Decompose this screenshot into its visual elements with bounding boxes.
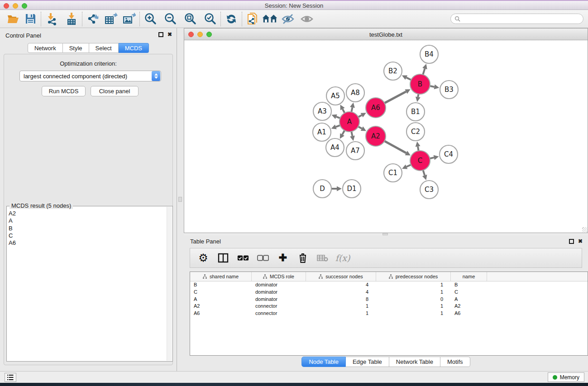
zoom-out-icon[interactable] bbox=[163, 11, 178, 27]
table-cell[interactable]: 0 bbox=[376, 296, 451, 303]
node-table[interactable]: shared nameMCDS rolesuccessor nodesprede… bbox=[190, 272, 588, 356]
table-cell[interactable]: connector bbox=[252, 303, 306, 310]
hide-details-icon[interactable] bbox=[280, 11, 296, 27]
table-cell[interactable]: 1 bbox=[376, 310, 451, 317]
table-cell[interactable]: 4 bbox=[306, 289, 376, 296]
column-visibility-icon[interactable] bbox=[217, 252, 229, 264]
table-cell[interactable]: A2 bbox=[451, 303, 487, 310]
graph-edge-A-A7[interactable] bbox=[351, 132, 352, 136]
add-column-icon[interactable]: ✚ bbox=[277, 252, 289, 264]
table-cell[interactable]: 1 bbox=[306, 303, 376, 310]
float-panel-icon[interactable] bbox=[158, 32, 163, 37]
table-row[interactable]: Bdominator41B bbox=[190, 281, 588, 289]
deselect-all-icon[interactable] bbox=[257, 252, 269, 264]
table-row[interactable]: A2connector11A2 bbox=[190, 303, 588, 310]
panel-splitter[interactable] bbox=[177, 28, 184, 371]
table-cell[interactable]: connector bbox=[252, 310, 306, 317]
criterion-dropdown[interactable]: largest connected component (directed) bbox=[19, 71, 161, 81]
export-image-icon[interactable] bbox=[121, 11, 137, 27]
table-cell[interactable]: 4 bbox=[306, 281, 376, 289]
network-window-titlebar[interactable]: testGlobe.txt bbox=[184, 29, 588, 40]
table-cell[interactable]: C bbox=[190, 289, 252, 296]
column-header-name[interactable]: name bbox=[451, 272, 487, 281]
close-panel-button[interactable]: Close panel bbox=[91, 86, 139, 96]
zoom-in-icon[interactable] bbox=[143, 11, 158, 27]
tab-style[interactable]: Style bbox=[63, 43, 89, 53]
table-cell[interactable]: 1 bbox=[376, 281, 451, 289]
table-row[interactable]: Adominator80A bbox=[190, 296, 588, 303]
graph-edge-B-B2[interactable] bbox=[406, 77, 411, 80]
column-header-shared-name[interactable]: shared name bbox=[190, 272, 252, 281]
table-cell[interactable]: dominator bbox=[252, 281, 306, 289]
network-from-file-icon[interactable] bbox=[245, 11, 260, 27]
graph-edge-A-A1[interactable] bbox=[336, 125, 340, 127]
console-list-button[interactable] bbox=[5, 373, 16, 382]
table-cell[interactable]: 1 bbox=[306, 310, 376, 317]
memory-button[interactable]: Memory bbox=[548, 372, 584, 382]
table-row[interactable]: A6connector11A6 bbox=[190, 310, 588, 317]
export-table-icon[interactable] bbox=[103, 11, 119, 27]
graph-edge-C-C2[interactable] bbox=[418, 147, 419, 151]
graph-edge-C-C3[interactable] bbox=[423, 170, 425, 176]
tab-motifs[interactable]: Motifs bbox=[440, 357, 470, 367]
graph-edge-B-B4[interactable] bbox=[423, 69, 425, 75]
table-cell[interactable]: 8 bbox=[306, 296, 376, 303]
save-session-icon[interactable] bbox=[23, 11, 38, 27]
table-cell[interactable]: 1 bbox=[376, 289, 451, 296]
close-panel-icon[interactable]: ✖ bbox=[167, 32, 172, 37]
delete-column-icon[interactable] bbox=[297, 252, 309, 264]
table-row[interactable]: Cdominator41C bbox=[190, 289, 588, 296]
tab-edge-table[interactable]: Edge Table bbox=[346, 357, 389, 367]
table-cell[interactable]: A bbox=[451, 296, 487, 303]
home-icon[interactable] bbox=[262, 11, 277, 27]
table-cell[interactable]: B bbox=[451, 281, 487, 289]
result-item[interactable]: A2 bbox=[9, 210, 166, 217]
result-scrollbar[interactable] bbox=[167, 207, 172, 361]
column-header-predecessor-nodes[interactable]: predecessor nodes bbox=[376, 272, 451, 281]
graph-edge-C-C4[interactable] bbox=[430, 157, 434, 158]
result-item[interactable]: A bbox=[9, 217, 166, 224]
table-cell[interactable]: A6 bbox=[190, 310, 252, 317]
search-input[interactable] bbox=[460, 15, 583, 23]
column-header-MCDS-role[interactable]: MCDS role bbox=[252, 272, 306, 281]
table-close-icon[interactable]: ✖ bbox=[578, 239, 583, 244]
window-resize-grip[interactable] bbox=[582, 227, 587, 232]
graph-edge-A-A6[interactable] bbox=[358, 115, 362, 117]
graph-edge-A6-B[interactable] bbox=[384, 91, 406, 103]
result-item[interactable]: C bbox=[9, 232, 166, 239]
table-settings-gear-icon[interactable]: ⚙ bbox=[197, 252, 209, 264]
search-field[interactable] bbox=[450, 14, 583, 24]
tab-mcds[interactable]: MCDS bbox=[119, 43, 149, 53]
splitter-handle[interactable] bbox=[178, 197, 182, 202]
table-cell[interactable]: C bbox=[451, 289, 487, 296]
zoom-fit-icon[interactable] bbox=[182, 11, 198, 27]
table-cell[interactable]: A6 bbox=[451, 310, 487, 317]
show-details-icon[interactable] bbox=[299, 11, 315, 27]
table-cell[interactable]: dominator bbox=[252, 289, 306, 296]
table-cell[interactable]: 1 bbox=[376, 303, 451, 310]
network-graph[interactable]: B4B2BB3A8A5A6A3B1AA1C2A2A4A7C4CC1DD1C3 bbox=[184, 40, 588, 233]
run-mcds-button[interactable]: Run MCDS bbox=[42, 86, 86, 96]
open-session-icon[interactable] bbox=[5, 11, 21, 27]
tab-network-table[interactable]: Network Table bbox=[389, 357, 440, 367]
import-network-icon[interactable] bbox=[44, 11, 59, 27]
graph-edge-A2-C[interactable] bbox=[384, 141, 406, 153]
graph-edge-C-C1[interactable] bbox=[406, 165, 411, 167]
graph-edge-A-A8[interactable] bbox=[351, 107, 352, 112]
refresh-icon[interactable] bbox=[224, 11, 239, 27]
column-header-successor-nodes[interactable]: successor nodes bbox=[306, 272, 376, 281]
export-network-icon[interactable] bbox=[85, 11, 100, 27]
table-cell[interactable]: A bbox=[190, 296, 252, 303]
result-item[interactable]: A6 bbox=[9, 239, 166, 247]
table-cell[interactable]: A2 bbox=[190, 303, 252, 310]
graph-edge-A-A3[interactable] bbox=[336, 117, 340, 118]
mcds-result-list[interactable]: A2ABCA6 bbox=[9, 210, 166, 359]
graph-edge-A-A5[interactable] bbox=[343, 109, 345, 113]
table-cell[interactable]: B bbox=[190, 281, 252, 289]
table-cell[interactable]: dominator bbox=[252, 296, 306, 303]
result-item[interactable]: B bbox=[9, 225, 166, 232]
tab-network[interactable]: Network bbox=[28, 43, 63, 53]
graph-edge-A-A2[interactable] bbox=[358, 127, 362, 129]
tab-select[interactable]: Select bbox=[89, 43, 119, 53]
table-float-icon[interactable] bbox=[569, 239, 574, 244]
